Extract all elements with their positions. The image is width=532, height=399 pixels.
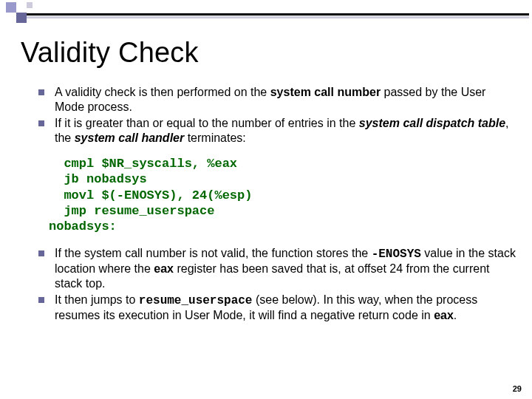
bold-text: eax <box>154 262 174 275</box>
slide-title: Validity Check <box>21 37 516 69</box>
header-decoration <box>0 0 532 31</box>
bullet-list-bottom: If the system call number is not valid, … <box>21 246 516 323</box>
decor-square-3 <box>27 2 33 8</box>
bullet-item: If the system call number is not valid, … <box>38 246 516 291</box>
decor-square-1 <box>6 2 16 13</box>
text: It then jumps to <box>55 293 139 306</box>
decor-line-dark <box>27 13 529 16</box>
text: A validity check is then performed on th… <box>55 86 270 98</box>
code-inline: -ENOSYS <box>372 248 421 261</box>
text: If the system call number is not valid, … <box>55 247 372 259</box>
bold-italic-text: system call handler <box>75 132 185 144</box>
code-inline: resume_userspace <box>139 294 253 307</box>
bullet-list-top: A validity check is then performed on th… <box>21 85 516 146</box>
text: If it is greater than or equal to the nu… <box>55 117 359 129</box>
decor-line-light <box>27 16 529 18</box>
bold-text: eax <box>434 309 454 321</box>
code-block: cmpl $NR_syscalls, %eax jb nobadsys movl… <box>49 156 516 234</box>
decor-square-2 <box>16 13 27 23</box>
page-number: 29 <box>513 384 522 393</box>
bullet-item: It then jumps to resume_userspace (see b… <box>38 293 516 323</box>
text: terminates: <box>184 132 246 144</box>
bullet-item: If it is greater than or equal to the nu… <box>38 116 516 146</box>
bullet-item: A validity check is then performed on th… <box>38 85 516 115</box>
text: . <box>454 309 457 321</box>
bold-italic-text: system call dispatch table <box>359 117 505 129</box>
bold-text: system call number <box>270 86 384 98</box>
slide-content: Validity Check A validity check is then … <box>21 37 516 333</box>
